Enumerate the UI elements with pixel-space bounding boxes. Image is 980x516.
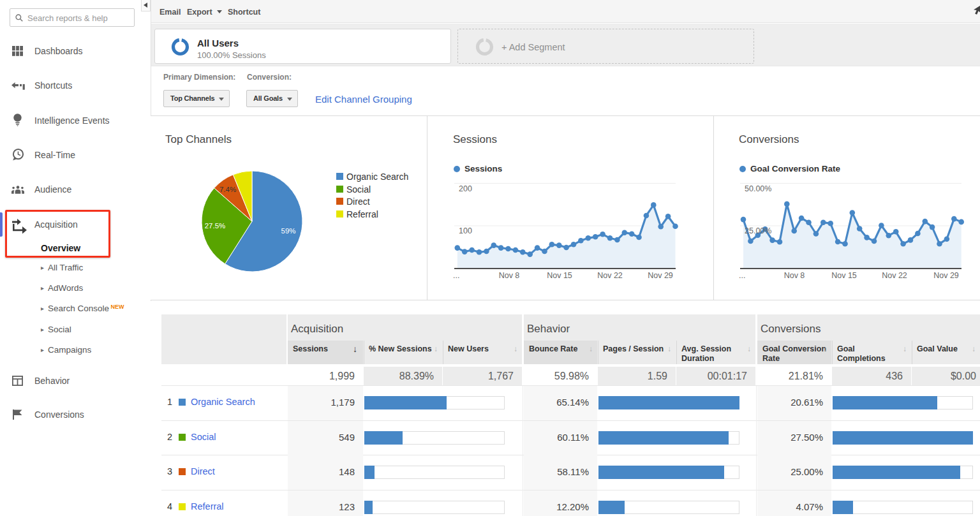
- svg-text:27.5%: 27.5%: [205, 222, 226, 230]
- svg-text:7.4%: 7.4%: [219, 186, 236, 193]
- svg-text:59%: 59%: [281, 227, 295, 235]
